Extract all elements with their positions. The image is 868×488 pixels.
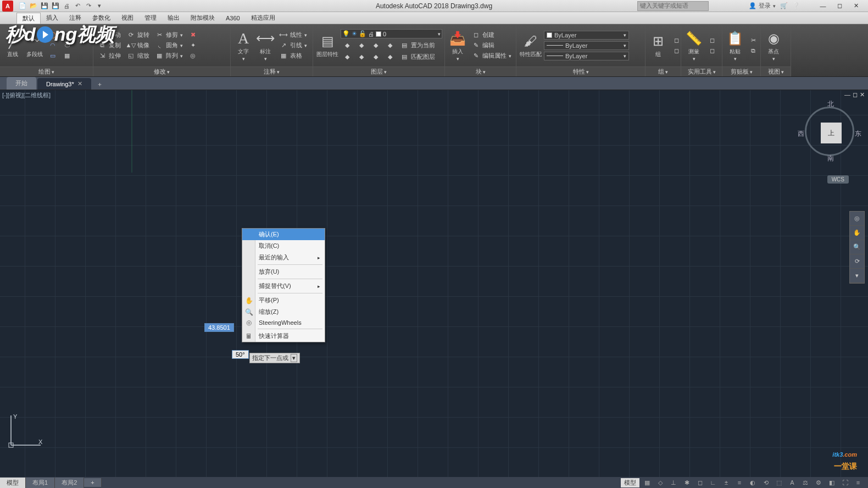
status-3d-icon[interactable]: ⬚ bbox=[774, 478, 784, 487]
panel-clip-title[interactable]: 剪贴板▾ bbox=[722, 66, 760, 76]
help-icon[interactable]: ❔ bbox=[792, 2, 800, 9]
close-tab-icon[interactable]: ✕ bbox=[77, 80, 82, 87]
group-button[interactable]: ⊞组 bbox=[648, 31, 669, 59]
viewcube-w[interactable]: 西 bbox=[798, 129, 804, 138]
stretch-button[interactable]: ⇲拉伸 bbox=[96, 51, 123, 61]
status-ws-icon[interactable]: ⚙ bbox=[813, 478, 824, 487]
drawing-canvas[interactable]: [-][俯视][二维线框] — ◻ ✕ 43.8501 50° 指定下一点或▾ … bbox=[0, 90, 868, 477]
edit-block-button[interactable]: ✎编辑 bbox=[469, 41, 514, 51]
close-icon[interactable]: ✕ bbox=[848, 1, 864, 11]
viewcube-n[interactable]: 北 bbox=[827, 99, 834, 109]
layout1-tab[interactable]: 布局1 bbox=[26, 478, 55, 488]
maximize-icon[interactable]: ◻ bbox=[832, 1, 847, 11]
status-iso-icon[interactable]: ◧ bbox=[826, 478, 837, 487]
login-button[interactable]: 👤登录▾ bbox=[749, 2, 776, 10]
minimize-icon[interactable]: — bbox=[815, 1, 831, 11]
match-props-button[interactable]: 🖌特性匹配 bbox=[519, 31, 543, 59]
tab-output[interactable]: 输出 bbox=[162, 13, 185, 23]
layer-tool-5[interactable]: ◆ bbox=[341, 52, 354, 62]
panel-draw-title[interactable]: 绘图▾ bbox=[0, 66, 93, 76]
fillet-button[interactable]: ◟圆角▾ bbox=[153, 41, 185, 51]
panel-props-title[interactable]: 特性▾ bbox=[516, 66, 645, 76]
wcs-label[interactable]: WCS bbox=[827, 175, 849, 184]
dynamic-distance[interactable]: 43.8501 bbox=[204, 323, 234, 332]
color-dropdown[interactable]: ByLayer▾ bbox=[544, 31, 629, 40]
ctx-cancel[interactable]: 取消(C) bbox=[242, 240, 325, 252]
vp-max-icon[interactable]: ◻ bbox=[853, 91, 858, 98]
start-tab[interactable]: 开始 bbox=[7, 77, 36, 90]
viewcube-top[interactable]: 上 bbox=[821, 123, 842, 143]
leader-button[interactable]: ↗引线▾ bbox=[277, 41, 309, 51]
layer-tool-1[interactable]: ◆ bbox=[341, 40, 354, 50]
explode-button[interactable]: ✦ bbox=[186, 41, 199, 51]
vp-close-icon[interactable]: ✕ bbox=[860, 91, 865, 98]
status-osnap-icon[interactable]: ◻ bbox=[694, 478, 705, 487]
panel-annotate-title[interactable]: 注释▾ bbox=[231, 66, 313, 76]
lineweight-dropdown[interactable]: ByLayer▾ bbox=[544, 41, 629, 50]
nav-orbit-icon[interactable]: ⟳ bbox=[850, 254, 864, 269]
hatch-button[interactable]: ▦ bbox=[60, 51, 74, 61]
layer-tool-6[interactable]: ◆ bbox=[355, 52, 368, 62]
status-clean-icon[interactable]: ⛶ bbox=[839, 478, 850, 487]
status-model-label[interactable]: 模型 bbox=[621, 478, 639, 487]
qat-saveas-icon[interactable]: 💾 bbox=[51, 1, 60, 11]
status-scale-icon[interactable]: ⚖ bbox=[800, 478, 811, 487]
status-track-icon[interactable]: ∟ bbox=[708, 478, 719, 487]
match-layer-button[interactable]: ▤匹配图层 bbox=[398, 52, 437, 62]
exchange-icon[interactable]: 🛒 bbox=[780, 2, 788, 9]
ctx-pan[interactable]: ✋平移(P) bbox=[242, 295, 325, 306]
app-icon[interactable]: A bbox=[2, 1, 13, 12]
panel-view-title[interactable]: 视图▾ bbox=[761, 66, 791, 76]
status-dyn-icon[interactable]: ± bbox=[721, 478, 732, 487]
insert-button[interactable]: 📥插入▾ bbox=[447, 29, 468, 63]
viewcube[interactable]: 上 北 南 东 西 bbox=[805, 107, 854, 156]
tab-manage[interactable]: 管理 bbox=[139, 13, 162, 23]
edit-attr-button[interactable]: ✎编辑属性▾ bbox=[469, 51, 514, 61]
clip-tool-2[interactable]: ⧉ bbox=[747, 46, 760, 56]
panel-group-title[interactable]: 组▾ bbox=[646, 66, 681, 76]
tab-a360[interactable]: A360 bbox=[220, 14, 246, 23]
ctx-wheels[interactable]: ◎SteeringWheels bbox=[242, 318, 325, 328]
vp-min-icon[interactable]: — bbox=[844, 91, 850, 98]
qat-undo-icon[interactable]: ↶ bbox=[73, 1, 82, 11]
layer-tool-4[interactable]: ◆ bbox=[383, 40, 397, 50]
layout2-tab[interactable]: 布局2 bbox=[55, 478, 84, 488]
rect-button[interactable]: ▭ bbox=[46, 51, 59, 61]
erase-button[interactable]: ✖ bbox=[186, 30, 199, 40]
nav-show-icon[interactable]: ▾ bbox=[850, 269, 864, 283]
tab-addins[interactable]: 附加模块 bbox=[185, 13, 220, 23]
table-button[interactable]: ▦表格 bbox=[277, 51, 309, 61]
layer-dropdown[interactable]: 💡 ☀ 🔓 🖨 0 ▾ bbox=[341, 29, 442, 38]
qat-new-icon[interactable]: 📄 bbox=[18, 1, 27, 11]
viewcube-e[interactable]: 东 bbox=[855, 129, 861, 138]
ctx-recent[interactable]: 最近的输入▸ bbox=[242, 252, 325, 263]
viewcube-s[interactable]: 南 bbox=[827, 154, 834, 163]
status-snap-icon[interactable]: ◇ bbox=[655, 478, 666, 487]
base-button[interactable]: ◉基点▾ bbox=[763, 29, 784, 63]
panel-modify-title[interactable]: 修改▾ bbox=[93, 66, 230, 76]
qat-redo-icon[interactable]: ↷ bbox=[84, 1, 93, 11]
layer-tool-8[interactable]: ◆ bbox=[383, 52, 397, 62]
dynamic-angle[interactable]: 50° bbox=[232, 350, 249, 359]
measure-button[interactable]: 📏测量▾ bbox=[683, 29, 704, 63]
model-tab[interactable]: 模型 bbox=[0, 478, 26, 488]
status-grid-icon[interactable]: ▦ bbox=[642, 478, 653, 487]
ctx-calc[interactable]: 🖩快速计算器 bbox=[242, 330, 325, 342]
layer-props-button[interactable]: ▤图层特性 bbox=[315, 31, 340, 59]
ctx-undo[interactable]: 放弃(U) bbox=[242, 266, 325, 278]
linetype-dropdown[interactable]: ByLayer▾ bbox=[544, 52, 629, 60]
status-polar-icon[interactable]: ✱ bbox=[681, 478, 692, 487]
mirror-button[interactable]: ▲▽镜像 bbox=[124, 41, 152, 51]
search-input[interactable]: 键入关键字或短语 bbox=[637, 1, 709, 11]
nav-pan-icon[interactable]: ✋ bbox=[850, 226, 864, 240]
dimension-button[interactable]: ⟷标注▾ bbox=[255, 29, 276, 63]
status-cycle-icon[interactable]: ⟲ bbox=[760, 478, 771, 487]
qat-plot-icon[interactable]: 🖨 bbox=[62, 1, 71, 11]
nav-zoom-icon[interactable]: 🔍 bbox=[850, 240, 864, 254]
add-layout-tab[interactable]: + bbox=[84, 478, 101, 487]
trim-button[interactable]: ✂修剪▾ bbox=[153, 30, 185, 40]
ctx-confirm[interactable]: 确认(E) bbox=[242, 229, 325, 240]
status-lw-icon[interactable]: ≡ bbox=[734, 478, 745, 487]
array-button[interactable]: ▦阵列▾ bbox=[153, 51, 185, 61]
status-ann-icon[interactable]: A bbox=[787, 478, 798, 487]
